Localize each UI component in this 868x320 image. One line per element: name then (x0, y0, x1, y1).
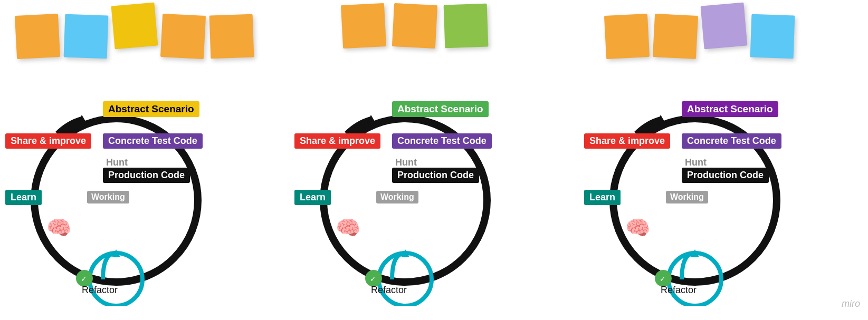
share-improve-label-1: Share & improve (5, 133, 91, 149)
svg-text:✓: ✓ (370, 275, 376, 283)
sticky-note (209, 14, 254, 59)
working-label-1: Working (87, 191, 129, 203)
section-1: 🧠 ✓ Abstract Scenario Share & improve Co… (0, 0, 289, 320)
share-improve-label-3: Share & improve (584, 133, 670, 149)
concrete-test-label-3: Concrete Test Code (682, 133, 781, 149)
sticky-note (444, 4, 489, 49)
diagram-svg-1: 🧠 ✓ (5, 84, 280, 306)
sticky-note (160, 14, 206, 59)
sticky-note (701, 3, 748, 50)
production-label-2: Production Code (392, 168, 479, 183)
sticky-notes-3 (605, 4, 794, 58)
working-label-2: Working (376, 191, 418, 203)
refactor-label-3: Refactor (661, 285, 697, 296)
concrete-test-label-2: Concrete Test Code (392, 133, 492, 149)
learn-label-2: Learn (294, 190, 331, 205)
abstract-scenario-label-1: Abstract Scenario (103, 101, 199, 117)
learn-label-3: Learn (584, 190, 621, 205)
section-3: 🧠 ✓ Abstract Scenario Share & improve Co… (579, 0, 868, 320)
svg-text:✓: ✓ (81, 275, 87, 283)
svg-text:🧠: 🧠 (336, 216, 361, 240)
svg-text:🧠: 🧠 (46, 216, 72, 240)
sticky-note (392, 3, 437, 49)
miro-watermark: miro (842, 298, 860, 309)
sticky-note (750, 14, 795, 59)
section-2: 🧠 ✓ Abstract Scenario Share & improve Co… (289, 0, 579, 320)
svg-text:🧠: 🧠 (625, 216, 651, 240)
production-label-3: Production Code (682, 168, 769, 183)
concrete-test-label-1: Concrete Test Code (103, 133, 203, 149)
sticky-note (341, 3, 386, 49)
refactor-label-2: Refactor (371, 285, 407, 296)
share-improve-label-2: Share & improve (294, 133, 380, 149)
sticky-note (64, 14, 109, 59)
working-label-3: Working (666, 191, 708, 203)
abstract-scenario-label-2: Abstract Scenario (392, 101, 489, 117)
refactor-label-1: Refactor (82, 285, 118, 296)
sticky-notes-1 (16, 4, 253, 58)
sticky-note (604, 14, 650, 59)
sticky-note (111, 3, 158, 50)
sticky-note (653, 14, 698, 59)
diagram-svg-2: 🧠 ✓ (294, 84, 569, 306)
abstract-scenario-label-3: Abstract Scenario (682, 101, 778, 117)
diagram-svg-3: 🧠 ✓ (584, 84, 859, 306)
sticky-note (15, 14, 60, 59)
production-label-1: Production Code (103, 168, 190, 183)
sticky-notes-2 (342, 4, 488, 47)
learn-label-1: Learn (5, 190, 42, 205)
svg-text:✓: ✓ (660, 275, 666, 283)
